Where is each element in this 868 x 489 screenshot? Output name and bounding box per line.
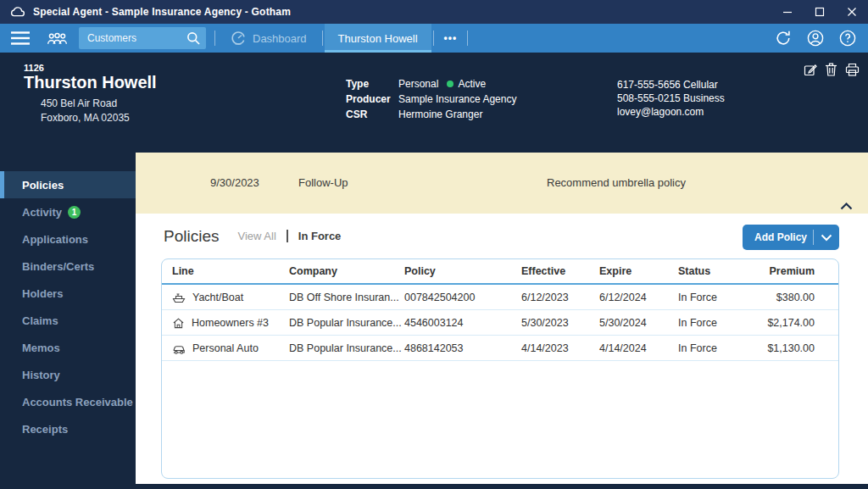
sidebar-item-holders[interactable]: Holders [0, 280, 136, 307]
producer-value: Sample Insurance Agency [398, 93, 516, 105]
filter-divider [287, 230, 288, 242]
tab-dashboard-label: Dashboard [253, 32, 307, 45]
sidebar-item-accounts-receivable[interactable]: Accounts Receivable [0, 388, 136, 415]
sidebar-item-memos[interactable]: Memos [0, 334, 136, 361]
sidebar-item-policies[interactable]: Policies [0, 171, 136, 198]
row-status: In Force [678, 317, 757, 329]
address-line-1: 450 Bel Air Road [41, 97, 130, 111]
row-line: Homeowners #3 [192, 317, 269, 329]
table-row[interactable]: Homeowners #3 DB Popular Insurance... 45… [162, 310, 838, 336]
row-premium: $2,174.00 [757, 317, 815, 329]
account-icon[interactable] [807, 30, 824, 47]
collapse-alert-button[interactable] [840, 203, 853, 210]
row-policy: 007842504200 [404, 292, 521, 303]
row-status: In Force [678, 292, 757, 303]
tab-dashboard[interactable]: Dashboard [217, 24, 320, 53]
col-line: Line [172, 265, 289, 277]
nav-separator [467, 31, 468, 46]
tab-thurston-howell[interactable]: Thurston Howell [325, 24, 431, 53]
delete-icon[interactable] [825, 63, 837, 76]
help-icon[interactable] [839, 30, 856, 47]
follow-up-alert-bar: 9/30/2023 Follow-Up Recommend umbrella p… [136, 153, 868, 214]
sidebar-item-activity[interactable]: Activity1 [0, 198, 136, 225]
table-row[interactable]: Yacht/Boat DB Off Shore Insuran... 00784… [162, 285, 838, 310]
app-window: Special Agent - Sample Insurance Agency … [0, 0, 868, 489]
alert-note: Recommend umbrella policy [547, 176, 686, 189]
row-expire: 4/14/2024 [599, 342, 678, 354]
csr-label: CSR [346, 108, 398, 120]
boat-icon [172, 292, 186, 303]
row-effective: 6/12/2023 [521, 292, 599, 303]
maximize-button[interactable] [804, 0, 836, 24]
dashboard-icon [231, 31, 246, 46]
table-row[interactable]: Personal Auto DB Popular Insurance... 48… [162, 336, 838, 361]
col-company: Company [289, 265, 404, 277]
content-panel: 9/30/2023 Follow-Up Recommend umbrella p… [136, 153, 868, 484]
cloud-icon [8, 6, 26, 18]
chevron-down-icon[interactable] [814, 234, 839, 242]
sidebar-item-claims[interactable]: Claims [0, 307, 136, 334]
add-policy-button[interactable]: Add Policy [743, 225, 839, 250]
policies-section-header: Policies View All In Force Add Policy [136, 214, 868, 258]
customer-name: Thurston Howell [24, 73, 157, 92]
sidebar: Policies Activity1 Applications Binders/… [0, 153, 136, 484]
sidebar-item-history[interactable]: History [0, 361, 136, 388]
print-icon[interactable] [845, 63, 860, 76]
filter-in-force[interactable]: In Force [298, 230, 342, 242]
customer-search [79, 27, 206, 49]
row-expire: 6/12/2024 [599, 292, 678, 303]
tab-thurston-howell-label: Thurston Howell [338, 32, 418, 45]
row-policy: 4868142053 [404, 342, 521, 354]
status-value: Active [458, 78, 486, 90]
activity-count-badge: 1 [68, 206, 81, 219]
sidebar-item-binders-certs[interactable]: Binders/Certs [0, 253, 136, 280]
menu-button[interactable] [0, 24, 41, 53]
phone-cellular: 617-555-5656 Cellular [617, 78, 725, 92]
customer-header: 1126 Thurston Howell 450 Bel Air Road Fo… [0, 53, 868, 153]
row-company: DB Off Shore Insuran... [289, 292, 404, 303]
row-premium: $1,130.00 [757, 342, 815, 354]
table-header-row: Line Company Policy Effective Expire Sta… [162, 259, 838, 285]
col-status: Status [678, 265, 757, 277]
col-expire: Expire [599, 265, 678, 277]
row-effective: 4/14/2023 [521, 342, 599, 354]
row-expire: 5/30/2024 [599, 317, 678, 329]
address-line-2: Foxboro, MA 02035 [41, 111, 130, 125]
type-value: PersonalActive [398, 78, 516, 90]
policies-table: Line Company Policy Effective Expire Sta… [161, 258, 839, 479]
window-title: Special Agent - Sample Insurance Agency … [33, 6, 291, 18]
search-icon[interactable] [186, 31, 200, 45]
type-label: Type [346, 78, 398, 90]
row-effective: 5/30/2023 [521, 317, 599, 329]
email: lovey@lagoon.com [617, 105, 725, 119]
close-button[interactable] [836, 0, 868, 24]
window-bottom-border [0, 484, 868, 489]
col-effective: Effective [521, 265, 599, 277]
sidebar-item-applications[interactable]: Applications [0, 225, 136, 253]
row-line: Yacht/Boat [192, 292, 243, 303]
navbar: Dashboard Thurston Howell ••• [0, 24, 868, 53]
ellipsis-icon: ••• [444, 32, 458, 44]
row-line: Personal Auto [192, 342, 259, 354]
sidebar-item-receipts[interactable]: Receipts [0, 415, 136, 442]
phone-business: 508-555-0215 Business [617, 92, 725, 105]
row-premium: $380.00 [757, 292, 815, 303]
alert-date: 9/30/2023 [210, 176, 259, 189]
csr-value: Hermoine Granger [398, 108, 516, 120]
row-status: In Force [678, 342, 757, 354]
more-tabs-button[interactable]: ••• [436, 24, 466, 53]
filter-view-all[interactable]: View All [237, 230, 275, 242]
add-policy-label: Add Policy [743, 231, 813, 243]
nav-separator [322, 31, 323, 46]
minimize-button[interactable] [771, 0, 804, 24]
titlebar: Special Agent - Sample Insurance Agency … [0, 0, 868, 24]
col-policy: Policy [404, 265, 521, 277]
edit-icon[interactable] [804, 63, 817, 76]
row-company: DB Popular Insurance... [289, 342, 404, 354]
row-company: DB Popular Insurance... [289, 317, 404, 329]
customer-number: 1126 [24, 63, 44, 73]
refresh-icon[interactable] [775, 30, 792, 47]
active-status-dot [447, 81, 453, 87]
row-policy: 4546003124 [404, 317, 521, 329]
alert-type: Follow-Up [298, 176, 348, 189]
